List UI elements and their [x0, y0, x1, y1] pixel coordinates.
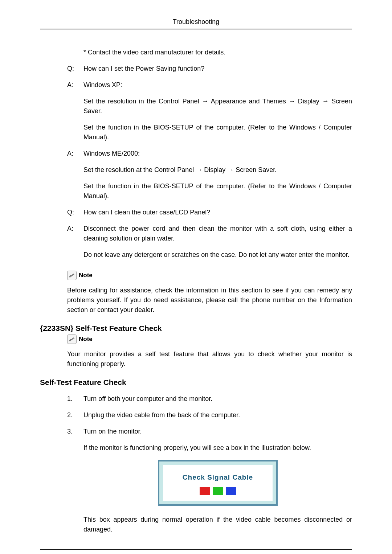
step-number: 3. — [67, 427, 83, 534]
step-para: This box appears during normal operation… — [83, 515, 352, 534]
blue-square-icon — [226, 487, 236, 495]
note-header: Note — [67, 271, 352, 280]
green-square-icon — [213, 487, 223, 495]
qa-label: A: — [40, 149, 83, 201]
qa-para: Disconnect the power cord and then clean… — [83, 224, 352, 243]
qa-content: How can I clean the outer case/LCD Panel… — [83, 208, 352, 217]
step-row: 2. Unplug the video cable from the back … — [67, 410, 352, 420]
qa-content: How can I set the Power Saving function? — [83, 64, 352, 74]
step-para: Turn on the monitor. — [83, 427, 352, 436]
note-label: Note — [79, 336, 93, 343]
qa-row: A: Windows XP: Set the resolution in the… — [40, 80, 352, 142]
qa-label — [40, 48, 83, 57]
qa-para: How can I set the Power Saving function? — [83, 64, 352, 74]
qa-para: Set the function in the BIOS-SETUP of th… — [83, 181, 352, 201]
note-icon — [67, 271, 77, 280]
step-para: Unplug the video cable from the back of … — [83, 410, 352, 420]
qa-content: Windows XP: Set the resolution in the Co… — [83, 80, 352, 142]
qa-label: A: — [40, 224, 83, 260]
qa-para: Set the resolution at the Control Panel … — [83, 165, 352, 175]
footer-divider — [40, 549, 352, 550]
step-content: Turn on the monitor. If the monitor is f… — [83, 427, 352, 534]
qa-para: Do not leave any detergent or scratches … — [83, 250, 352, 260]
qa-content: * Contact the video card manufacturer fo… — [83, 48, 352, 57]
qa-row: A: Windows ME/2000: Set the resolution a… — [40, 149, 352, 201]
qa-label: Q: — [40, 64, 83, 74]
red-square-icon — [200, 487, 210, 495]
qa-content: Disconnect the power cord and then clean… — [83, 224, 352, 260]
step-row: 1. Turn off both your computer and the m… — [67, 394, 352, 404]
note-icon — [67, 335, 77, 344]
qa-para: Set the resolution in the Control Panel … — [83, 97, 352, 116]
section-heading: {2233SN} Self-Test Feature Check — [40, 324, 352, 333]
qa-row: * Contact the video card manufacturer fo… — [40, 48, 352, 57]
qa-row: Q: How can I set the Power Saving functi… — [40, 64, 352, 74]
note-text: Before calling for assistance, check the… — [67, 286, 352, 315]
check-signal-cable-box: Check Signal Cable — [158, 460, 278, 506]
qa-content: Windows ME/2000: Set the resolution at t… — [83, 149, 352, 201]
note-header: Note — [67, 335, 352, 344]
page-header-title: Troubleshooting — [40, 18, 352, 29]
qa-para: Windows ME/2000: — [83, 149, 352, 159]
check-signal-inner: Check Signal Cable — [163, 465, 273, 501]
qa-para: How can I clean the outer case/LCD Panel… — [83, 208, 352, 217]
step-para: If the monitor is functioning properly, … — [83, 443, 352, 453]
step-para: Turn off both your computer and the moni… — [83, 394, 352, 404]
step-row: 3. Turn on the monitor. If the monitor i… — [67, 427, 352, 534]
qa-label: A: — [40, 80, 83, 142]
qa-para: Set the function in the BIOS-SETUP of th… — [83, 123, 352, 142]
step-number: 2. — [67, 410, 83, 420]
note-label: Note — [79, 272, 93, 279]
qa-label: Q: — [40, 208, 83, 217]
step-content: Turn off both your computer and the moni… — [83, 394, 352, 404]
section-heading: Self-Test Feature Check — [40, 378, 352, 387]
note-text: Your monitor provides a self test featur… — [67, 349, 352, 369]
step-content: Unplug the video cable from the back of … — [83, 410, 352, 420]
step-number: 1. — [67, 394, 83, 404]
note-block: Note Your monitor provides a self test f… — [67, 335, 352, 369]
qa-row: A: Disconnect the power cord and then cl… — [40, 224, 352, 260]
note-block: Note Before calling for assistance, chec… — [67, 271, 352, 315]
rgb-squares — [167, 487, 269, 495]
check-signal-text: Check Signal Cable — [167, 472, 269, 483]
qa-para: * Contact the video card manufacturer fo… — [83, 48, 352, 57]
qa-row: Q: How can I clean the outer case/LCD Pa… — [40, 208, 352, 217]
qa-para: Windows XP: — [83, 80, 352, 90]
